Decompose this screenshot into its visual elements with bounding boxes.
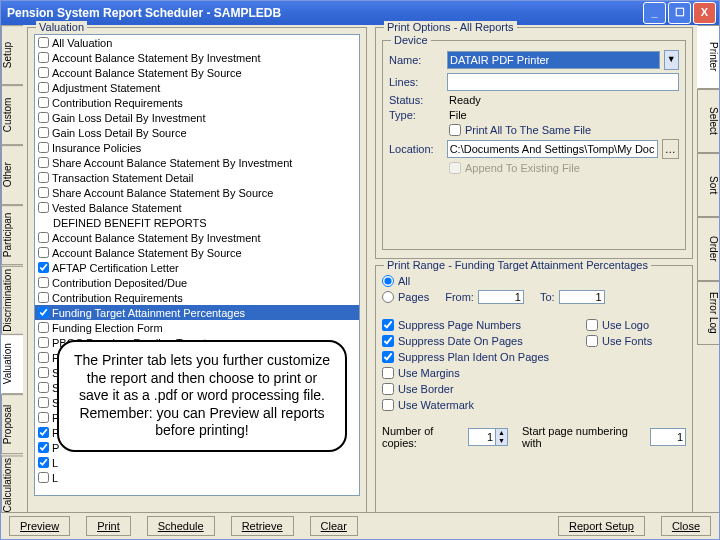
list-item-checkbox[interactable]	[38, 307, 49, 318]
list-item-checkbox[interactable]	[38, 52, 49, 63]
list-item-checkbox[interactable]	[38, 397, 49, 408]
maximize-button[interactable]: ☐	[668, 2, 691, 24]
list-item[interactable]: Contribution Requirements	[35, 95, 359, 110]
vtab-setup[interactable]: Setup	[1, 25, 23, 85]
list-item-label: Account Balance Statement By Investment	[52, 52, 261, 64]
radio-all-label: All	[398, 275, 410, 287]
clear-button[interactable]: Clear	[310, 516, 358, 536]
startpg-input[interactable]	[650, 428, 686, 446]
list-item-checkbox[interactable]	[38, 97, 49, 108]
lines-input[interactable]	[447, 73, 679, 91]
rvtab-printer[interactable]: Printer	[697, 25, 719, 89]
report-setup-button[interactable]: Report Setup	[558, 516, 645, 536]
list-item[interactable]: Contribution Requirements	[35, 290, 359, 305]
option-checkbox[interactable]	[382, 319, 394, 331]
list-item[interactable]: Account Balance Statement By Investment	[35, 50, 359, 65]
list-item[interactable]: Gain Loss Detail By Investment	[35, 110, 359, 125]
close-button[interactable]: Close	[661, 516, 711, 536]
list-item[interactable]: Account Balance Statement By Source	[35, 245, 359, 260]
list-item-checkbox[interactable]	[38, 157, 49, 168]
vtab-discrimination[interactable]: Discrimination	[1, 266, 23, 335]
list-item[interactable]: Funding Election Form	[35, 320, 359, 335]
list-item-checkbox[interactable]	[38, 322, 49, 333]
vtab-valuation[interactable]: Valuation	[1, 334, 23, 394]
radio-pages[interactable]	[382, 291, 394, 303]
option-checkbox[interactable]	[382, 399, 394, 411]
option-label: Use Logo	[602, 319, 649, 331]
list-item[interactable]: Vested Balance Statement	[35, 200, 359, 215]
option-checkbox[interactable]	[382, 351, 394, 363]
rvtab-error-log[interactable]: Error Log	[697, 281, 719, 345]
close-button[interactable]: X	[693, 2, 716, 24]
option-checkbox[interactable]	[586, 335, 598, 347]
list-item-checkbox[interactable]	[38, 367, 49, 378]
list-item-checkbox[interactable]	[38, 262, 49, 273]
preview-button[interactable]: Preview	[9, 516, 70, 536]
list-item-checkbox[interactable]	[38, 172, 49, 183]
copies-input[interactable]	[469, 430, 495, 444]
list-item[interactable]: L	[35, 470, 359, 485]
schedule-button[interactable]: Schedule	[147, 516, 215, 536]
printer-name-select[interactable]	[447, 51, 659, 69]
list-item-checkbox[interactable]	[38, 442, 49, 453]
printer-name-dropdown[interactable]: ▼	[664, 50, 680, 70]
list-item[interactable]: Insurance Policies	[35, 140, 359, 155]
option-checkbox[interactable]	[382, 383, 394, 395]
from-input[interactable]	[478, 290, 524, 304]
vtab-calculations[interactable]: Calculations	[1, 455, 23, 515]
location-browse-button[interactable]: …	[662, 139, 679, 159]
list-item-checkbox[interactable]	[38, 457, 49, 468]
list-item[interactable]: All Valuation	[35, 35, 359, 50]
list-item-checkbox[interactable]	[38, 247, 49, 258]
list-item-checkbox[interactable]	[38, 427, 49, 438]
list-item[interactable]: Contribution Deposited/Due	[35, 275, 359, 290]
list-item-checkbox[interactable]	[38, 382, 49, 393]
rvtab-sort[interactable]: Sort	[697, 153, 719, 217]
list-item-checkbox[interactable]	[38, 277, 49, 288]
list-item-checkbox[interactable]	[38, 127, 49, 138]
vtab-proposal[interactable]: Proposal	[1, 394, 23, 454]
list-item-checkbox[interactable]	[38, 112, 49, 123]
chk-same-file[interactable]	[449, 124, 461, 136]
list-item[interactable]: Account Balance Statement By Investment	[35, 230, 359, 245]
list-item[interactable]: Share Account Balance Statement By Inves…	[35, 155, 359, 170]
option-checkbox[interactable]	[382, 335, 394, 347]
list-item-checkbox[interactable]	[38, 412, 49, 423]
list-item[interactable]: Transaction Statement Detail	[35, 170, 359, 185]
list-item-checkbox[interactable]	[38, 187, 49, 198]
copies-up[interactable]: ▲	[495, 429, 507, 437]
list-item-checkbox[interactable]	[38, 202, 49, 213]
list-item-checkbox[interactable]	[38, 337, 49, 348]
list-item[interactable]: Adjustment Statement	[35, 80, 359, 95]
list-item-checkbox[interactable]	[38, 37, 49, 48]
list-item[interactable]: AFTAP Certification Letter	[35, 260, 359, 275]
location-input[interactable]	[447, 140, 658, 158]
to-input[interactable]	[559, 290, 605, 304]
print-button[interactable]: Print	[86, 516, 131, 536]
list-item-checkbox[interactable]	[38, 472, 49, 483]
vtab-participan[interactable]: Participan	[1, 205, 23, 265]
list-item-checkbox[interactable]	[38, 232, 49, 243]
rvtab-order[interactable]: Order	[697, 217, 719, 281]
option-checkbox[interactable]	[586, 319, 598, 331]
list-item[interactable]: Share Account Balance Statement By Sourc…	[35, 185, 359, 200]
vtab-custom[interactable]: Custom	[1, 85, 23, 145]
option-checkbox[interactable]	[382, 367, 394, 379]
minimize-button[interactable]: _	[643, 2, 666, 24]
list-item-checkbox[interactable]	[38, 67, 49, 78]
vtab-other[interactable]: Other	[1, 145, 23, 205]
list-item-checkbox[interactable]	[38, 352, 49, 363]
list-item-checkbox[interactable]	[38, 142, 49, 153]
list-item[interactable]: DEFINED BENEFIT REPORTS	[35, 215, 359, 230]
list-item[interactable]: Gain Loss Detail By Source	[35, 125, 359, 140]
list-item-checkbox[interactable]	[38, 292, 49, 303]
copies-down[interactable]: ▼	[495, 437, 507, 445]
rvtab-select[interactable]: Select	[697, 89, 719, 153]
copies-spinner[interactable]: ▲▼	[468, 428, 508, 446]
list-item-checkbox[interactable]	[38, 82, 49, 93]
radio-all[interactable]	[382, 275, 394, 287]
list-item[interactable]: L	[35, 455, 359, 470]
list-item[interactable]: Account Balance Statement By Source	[35, 65, 359, 80]
retrieve-button[interactable]: Retrieve	[231, 516, 294, 536]
list-item[interactable]: Funding Target Attainment Percentages	[35, 305, 359, 320]
